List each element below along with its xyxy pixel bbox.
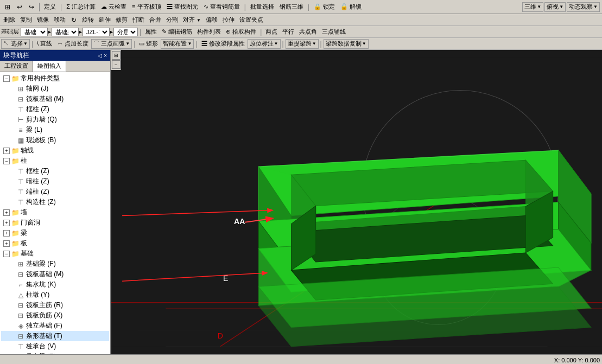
modify-span-btn[interactable]: ☰ 修改梁段属性 — [199, 39, 247, 49]
level-plate-btn[interactable]: ≡ 平齐板顶 — [130, 2, 163, 12]
edit-rebar-btn[interactable]: ✎ 编辑钢筋 — [160, 27, 194, 37]
extend-btn[interactable]: 延伸 — [97, 15, 113, 25]
split-btn[interactable]: 分割 — [164, 15, 180, 25]
tree-node-found-cap-beam[interactable]: ⊤ 承台梁 (F) — [1, 352, 109, 354]
toggle-wall[interactable]: + — [3, 209, 10, 216]
toggle-common[interactable]: − — [3, 75, 10, 82]
label-found-raft-neg: 筏板负筋 (X) — [26, 311, 62, 320]
tree-node-axisline[interactable]: + 📁 轴线 — [1, 145, 109, 156]
tree-node-found-raft-neg[interactable]: ⊟ 筏板负筋 (X) — [1, 310, 109, 321]
cloud-check-btn[interactable]: ☁ 云检查 — [99, 2, 129, 12]
tree-node-col-frame[interactable]: ⊤ 框柱 (Z) — [1, 166, 109, 176]
foundation-select[interactable]: 基础架 — [52, 28, 79, 36]
mirror-btn[interactable]: 镜像 — [35, 15, 51, 25]
tree-node-col-end[interactable]: ⊤ 端柱 (Z) — [1, 187, 109, 197]
set-grip-btn[interactable]: 设置夹点 — [237, 15, 265, 25]
tree-node-found-raft-main[interactable]: ⊟ 筏板主筋 (R) — [1, 300, 109, 310]
add-length-btn[interactable]: ↔ 点加长度 — [55, 39, 91, 49]
tab-drawing-input[interactable]: 绘图输入 — [33, 61, 66, 72]
smart-place-btn[interactable]: 智能布置 ▼ — [161, 39, 194, 49]
top-view-btn[interactable]: 俯视 ▼ — [544, 2, 566, 12]
icon-framecol1: ⊤ — [16, 105, 25, 114]
new-btn[interactable]: ⊞ — [2, 2, 13, 12]
tree-node-raft1[interactable]: ⊟ 筏板基础 (M) — [1, 94, 109, 104]
view-rebar-btn[interactable]: ∿ 查看钢筋量 — [201, 2, 242, 12]
lock-btn[interactable]: 🔒 锁定 — [312, 2, 337, 12]
tree-node-axis[interactable]: ⊞ 轴网 (J) — [1, 84, 109, 94]
3d-view-btn[interactable]: 三维 ▼ — [522, 2, 543, 12]
toggle-door[interactable]: + — [3, 220, 10, 226]
label-foundation: 基础 — [21, 249, 34, 258]
icon-found-strip: ⊟ — [16, 332, 25, 341]
align-btn[interactable]: 对齐 ▼ — [181, 15, 203, 25]
copy-btn[interactable]: 复制 — [18, 15, 34, 25]
v-btn-2[interactable]: − — [112, 60, 121, 69]
tree-node-door[interactable]: + 📁 门窗洞 — [1, 218, 109, 228]
toggle-axisline[interactable]: + — [3, 148, 10, 154]
sum-btn[interactable]: Σ 汇总计算 — [64, 2, 98, 12]
v-btn-1[interactable]: ⊞ — [112, 51, 121, 60]
tree-container[interactable]: − 📁 常用构件类型 ⊞ 轴网 (J) ⊟ 筏板基础 (M) ⊤ 框柱 (Z) — [0, 72, 110, 354]
parallel-btn[interactable]: 平行 — [280, 27, 296, 37]
tree-node-col-struct[interactable]: ⊤ 构造柱 (Z) — [1, 197, 109, 207]
tree-node-foundation[interactable]: − 📁 基础 — [1, 248, 109, 259]
dynamic-observe-btn[interactable]: 动态观察 ▼ — [567, 2, 600, 12]
inplace-annot-btn[interactable]: 原位标注 ▼ — [248, 39, 281, 49]
viewport[interactable]: ⊞ − D — [111, 50, 602, 354]
toggle-slab-group[interactable]: + — [3, 240, 10, 247]
sep6: | — [260, 28, 262, 36]
tree-node-found-raft[interactable]: ⊟ 筏板基础 (M) — [1, 269, 109, 279]
tree-node-found-cap[interactable]: ⊤ 桩承台 (V) — [1, 341, 109, 352]
select-btn[interactable]: ↖ 选择 ▼ — [1, 39, 30, 49]
three-arc-btn[interactable]: ⌒ 三点画弧 ▼ — [91, 39, 132, 49]
offset-btn[interactable]: 偏移 — [204, 15, 220, 25]
sublayer-select[interactable]: 分层1 — [113, 28, 138, 36]
three-point-aux-btn[interactable]: 三点辅线 — [320, 27, 348, 37]
define-btn[interactable]: 定义 — [42, 2, 58, 12]
find-elem-btn[interactable]: ☰ 查找图元 — [164, 2, 200, 12]
rebar-3d-btn[interactable]: 钢筋三维 — [277, 2, 306, 12]
tree-node-found-pile[interactable]: △ 柱墩 (Y) — [1, 290, 109, 300]
stretch-btn[interactable]: 拉伸 — [220, 15, 237, 25]
tree-node-col-dark[interactable]: ⊤ 暗柱 (Z) — [1, 176, 109, 187]
batch-select-btn[interactable]: 批量选择 — [248, 2, 276, 12]
two-point-btn[interactable]: 两点 — [263, 27, 280, 37]
tree-node-framecol1[interactable]: ⊤ 框柱 (Z) — [1, 104, 109, 114]
tab-project-settings[interactable]: 工程设置 — [0, 61, 33, 72]
comp-list-btn[interactable]: 构件列表 — [195, 27, 223, 37]
tree-node-beam-group[interactable]: + 📁 梁 — [1, 228, 109, 238]
layer-select[interactable]: 基础 — [21, 28, 48, 36]
common-angle-btn[interactable]: 共点角 — [297, 27, 319, 37]
undo-btn[interactable]: ↩ — [14, 2, 25, 12]
tree-node-found-strip[interactable]: ⊟ 条形基础 (T) — [1, 331, 109, 341]
tree-node-wall[interactable]: + 📁 墙 — [1, 207, 109, 218]
tree-node-found-isolated[interactable]: ◈ 独立基础 (F) — [1, 321, 109, 331]
toggle-foundation[interactable]: − — [3, 251, 10, 257]
tree-node-col[interactable]: − 📁 柱 — [1, 156, 109, 166]
pick-comp-btn[interactable]: ⊕ 拾取构件 — [224, 27, 258, 37]
tree-node-found-pit[interactable]: ⌐ 集水坑 (K) — [1, 279, 109, 290]
toggle-col[interactable]: − — [3, 158, 10, 164]
tree-node-slab1[interactable]: ▦ 现浇板 (B) — [1, 135, 109, 145]
break-btn[interactable]: 打断 — [130, 15, 147, 25]
merge-btn[interactable]: 合并 — [147, 15, 163, 25]
re-span-btn[interactable]: 重提梁跨 ▼ — [286, 39, 319, 49]
rotate-btn[interactable]: 旋转 — [80, 15, 96, 25]
delete-btn[interactable]: 删除 — [1, 15, 17, 25]
tree-node-slab-group[interactable]: + 📁 板 — [1, 238, 109, 248]
unlock-btn[interactable]: 🔓 解锁 — [338, 2, 364, 12]
properties-btn[interactable]: 属性 — [143, 27, 159, 37]
tree-node-shearwall1[interactable]: ⊢ 剪力墙 (Q) — [1, 114, 109, 125]
label-framecol1: 框柱 (Z) — [26, 105, 49, 114]
tree-node-beam1[interactable]: ≡ 梁 (L) — [1, 125, 109, 135]
redo-btn[interactable]: ↪ — [26, 2, 37, 12]
rect-btn[interactable]: ▭ 矩形 — [137, 39, 160, 49]
line-btn[interactable]: \ 直线 — [35, 39, 54, 49]
tree-node-found-beam[interactable]: ⊞ 基础梁 (F) — [1, 259, 109, 269]
move-btn[interactable]: 移动 — [52, 15, 68, 25]
jzl-select[interactable]: JZL-1 — [83, 28, 110, 36]
span-copy-btn[interactable]: 梁跨数据复制 ▼ — [324, 39, 369, 49]
toggle-beam-group[interactable]: + — [3, 230, 10, 237]
tree-node-common[interactable]: − 📁 常用构件类型 — [1, 73, 109, 84]
trim-btn[interactable]: 修剪 — [113, 15, 130, 25]
